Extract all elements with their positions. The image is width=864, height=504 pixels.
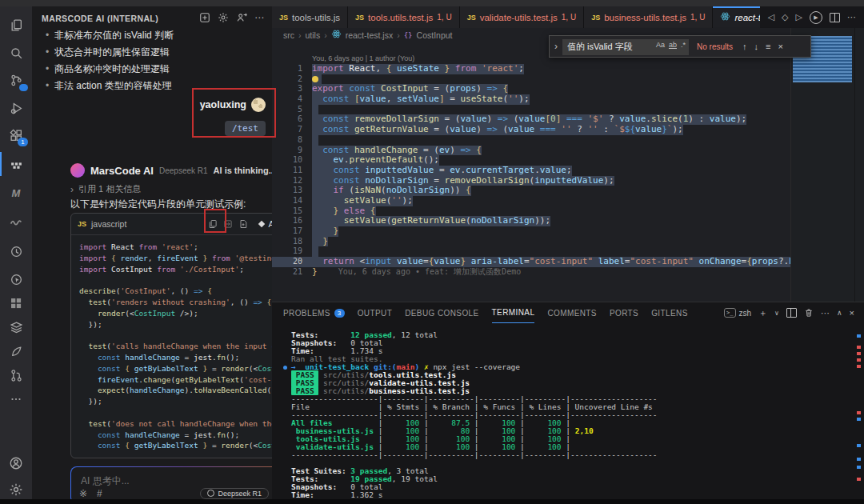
slash-command-chip[interactable]: /test bbox=[225, 121, 266, 136]
chat-code-line: test('does not call handleChange when th… bbox=[79, 418, 289, 430]
m-logo-icon[interactable]: M bbox=[0, 182, 32, 203]
chat-code-line: render(<CostInput />); bbox=[79, 308, 289, 319]
panel-title: MARSCODE AI (INTERNAL) bbox=[42, 14, 158, 23]
code-line: 21}You, 6 days ago • feat: 增加测试函数Demo bbox=[272, 267, 790, 278]
find-in-selection-icon[interactable]: ≡ bbox=[766, 42, 770, 51]
panel-tab-output[interactable]: OUTPUT bbox=[358, 303, 393, 323]
new-chat-icon[interactable] bbox=[199, 12, 210, 23]
chat-input-box[interactable]: ※ # Deepseek R1 bbox=[70, 466, 298, 504]
chat-code-line: const { getByLabelText } = render(<CostI… bbox=[79, 363, 289, 374]
code-line: 20 return <input value={value} aria-labe… bbox=[272, 257, 790, 267]
editor-tab[interactable]: JStools-utils.js bbox=[272, 6, 348, 28]
insert-icon[interactable] bbox=[223, 219, 233, 229]
breadcrumb-separator: › bbox=[298, 30, 302, 40]
lightbulb-icon[interactable] bbox=[312, 76, 318, 82]
avatar bbox=[251, 98, 266, 112]
assistant-header: MarsCode AI Deepseek R1 AI is thinking..… bbox=[70, 163, 276, 178]
reference-icon[interactable]: ※ bbox=[79, 488, 87, 499]
find-close-icon[interactable]: × bbox=[778, 42, 782, 51]
leaf-icon[interactable] bbox=[0, 341, 32, 362]
compare-icon[interactable]: ◇ bbox=[782, 12, 788, 22]
breadcrumb-item[interactable]: CostInput bbox=[417, 30, 453, 40]
code-line: 1import React, { useState } from 'react'… bbox=[272, 64, 790, 74]
editor-tab[interactable]: JStools.utils.test.js1, U bbox=[348, 6, 460, 28]
panel-tab-comments[interactable]: COMMENTS bbox=[547, 303, 597, 323]
regex-toggle[interactable]: .* bbox=[681, 41, 686, 49]
editor-tab[interactable]: react-test.jsx× bbox=[713, 6, 759, 28]
topic-icon[interactable]: # bbox=[97, 488, 102, 499]
chat-input-field[interactable] bbox=[79, 474, 282, 487]
terminal-dropdown-icon[interactable]: ∨ bbox=[774, 310, 779, 317]
chat-code-line bbox=[79, 330, 289, 341]
chat-code-line bbox=[79, 407, 289, 418]
code-block-header: JS javascript Apply bbox=[71, 214, 297, 235]
panel-tab-gitlens[interactable]: GITLENS bbox=[651, 303, 688, 323]
source-control-icon[interactable] bbox=[0, 70, 32, 90]
whole-word-toggle[interactable]: ab bbox=[669, 41, 677, 49]
live-pointer-icon[interactable] bbox=[0, 269, 32, 290]
find-expand-icon[interactable]: › bbox=[550, 41, 562, 52]
terminal-output[interactable]: Tests: 12 passed, 12 totalSnapshots: 0 t… bbox=[283, 331, 853, 498]
line-number: 10 bbox=[272, 155, 312, 166]
chat-code-line: test('calls handleChange when the input … bbox=[79, 341, 289, 352]
search-icon[interactable] bbox=[0, 42, 32, 63]
pull-request-icon[interactable] bbox=[0, 365, 32, 386]
panel-tab-problems[interactable]: PROBLEMS3 bbox=[283, 303, 345, 323]
chat-code-line: import { render, fireEvent } from '@test… bbox=[79, 253, 289, 264]
user-switch-icon[interactable] bbox=[236, 12, 247, 23]
find-result-count: No results bbox=[697, 42, 733, 51]
react-file-icon bbox=[331, 29, 342, 41]
minimap[interactable] bbox=[790, 28, 855, 302]
sparkle-icon bbox=[258, 221, 265, 227]
panel-tab-ports[interactable]: PORTS bbox=[610, 303, 638, 323]
reference-row[interactable]: › 引用 1 相关信息 bbox=[70, 183, 141, 195]
code-editor[interactable]: You, 6 days ago | 1 author (You) 1import… bbox=[272, 42, 790, 302]
explorer-icon[interactable] bbox=[0, 14, 32, 35]
codelens-annotation[interactable]: You, 6 days ago | 1 author (You) bbox=[312, 54, 414, 62]
editor-tab[interactable]: JSvalidate-utils.test.js1, U bbox=[460, 6, 585, 28]
terminal-shell-chip[interactable]: >_ zsh bbox=[724, 308, 751, 318]
line-number: 7 bbox=[272, 125, 312, 135]
kill-terminal-icon[interactable] bbox=[804, 308, 814, 318]
ruler-mark-red bbox=[857, 365, 861, 368]
breadcrumb-item[interactable]: src bbox=[283, 30, 294, 40]
breadcrumb-item[interactable]: react-test.jsx bbox=[346, 30, 394, 40]
account-icon[interactable] bbox=[0, 453, 32, 474]
marscode-ai-icon[interactable] bbox=[0, 154, 32, 174]
match-case-toggle[interactable]: Aa bbox=[656, 41, 665, 49]
ruler-mark-red bbox=[857, 358, 861, 362]
run-debug-icon[interactable] bbox=[0, 98, 32, 118]
close-panel-icon[interactable]: × bbox=[850, 308, 854, 318]
breadcrumb-item[interactable]: utils bbox=[306, 30, 321, 40]
tab-label: validate-utils.test.js bbox=[480, 13, 558, 22]
nav-back-icon[interactable]: ◁ bbox=[768, 12, 774, 22]
panel-tab-debug-console[interactable]: DEBUG CONSOLE bbox=[405, 303, 478, 323]
panel-more-icon[interactable]: ⋯ bbox=[821, 308, 830, 318]
split-editor-icon[interactable] bbox=[830, 13, 840, 22]
editor-tab[interactable]: JSbusiness-utils.test.js1, U bbox=[584, 6, 713, 28]
split-terminal-icon[interactable] bbox=[786, 308, 797, 318]
maximize-panel-icon[interactable]: ∧ bbox=[837, 309, 842, 317]
gear-icon[interactable] bbox=[218, 12, 229, 23]
new-terminal-icon[interactable]: ＋ bbox=[758, 307, 767, 319]
settings-gear-icon[interactable] bbox=[0, 479, 32, 500]
new-file-icon[interactable] bbox=[238, 219, 248, 229]
run-file-icon[interactable]: ▶ bbox=[810, 11, 822, 24]
find-previous-icon[interactable]: ↑ bbox=[742, 42, 747, 51]
more-icon[interactable] bbox=[0, 389, 32, 410]
clock-icon[interactable] bbox=[0, 241, 32, 262]
bottom-panel: PROBLEMS3OUTPUTDEBUG CONSOLETERMINALCOMM… bbox=[272, 302, 864, 499]
scm-badge bbox=[19, 84, 28, 91]
extensions-icon[interactable]: 1 bbox=[0, 125, 32, 146]
copy-icon[interactable] bbox=[208, 219, 218, 229]
nav-forward-icon[interactable]: ▷ bbox=[796, 12, 802, 22]
find-next-icon[interactable]: ↓ bbox=[754, 42, 759, 51]
more-icon[interactable]: ⋯ bbox=[254, 12, 264, 23]
model-selector[interactable]: Deepseek R1 bbox=[200, 488, 269, 499]
more-actions-icon[interactable]: ⋯ bbox=[847, 12, 856, 22]
grid-icon[interactable] bbox=[0, 293, 32, 314]
model-icon bbox=[207, 490, 214, 497]
layers-icon[interactable] bbox=[0, 317, 32, 338]
wave-logo-icon[interactable] bbox=[0, 211, 32, 232]
panel-tab-terminal[interactable]: TERMINAL bbox=[492, 303, 535, 323]
